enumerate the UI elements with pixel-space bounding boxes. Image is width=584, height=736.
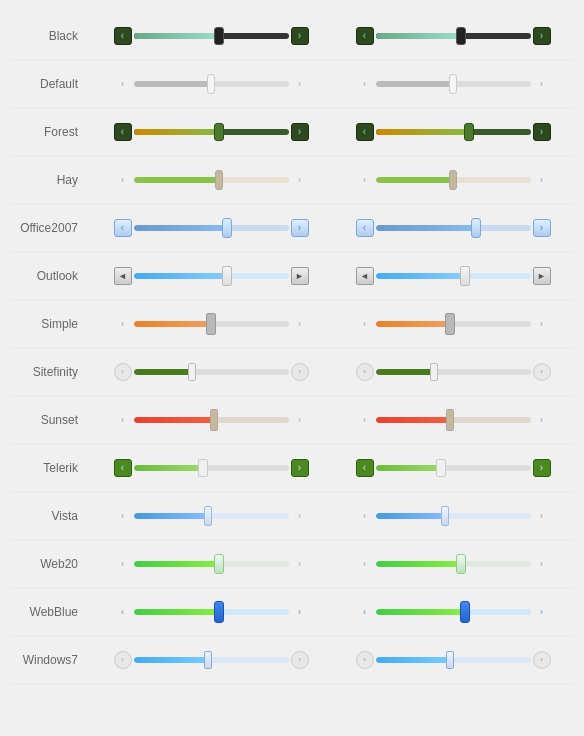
old-slider-thumb-vista[interactable] (204, 506, 212, 526)
old-slider-btn-left-default[interactable]: ‹ (114, 75, 132, 93)
old-slider-track-webblue[interactable] (134, 604, 289, 620)
new-slider-btn-right-office2007[interactable]: › (533, 219, 551, 237)
old-slider-track-windows7[interactable] (134, 652, 289, 668)
new-slider-btn-right-forest[interactable]: › (533, 123, 551, 141)
new-slider-btn-right-windows7[interactable]: › (533, 651, 551, 669)
old-slider-btn-right-web20[interactable]: › (291, 555, 309, 573)
old-slider-btn-right-vista[interactable]: › (291, 507, 309, 525)
new-slider-track-forest[interactable] (376, 124, 531, 140)
new-slider-thumb-vista[interactable] (441, 506, 449, 526)
old-slider-btn-left-office2007[interactable]: ‹ (114, 219, 132, 237)
new-slider-btn-left-default[interactable]: ‹ (356, 75, 374, 93)
new-slider-btn-left-telerik[interactable]: ‹ (356, 459, 374, 477)
new-slider-track-outlook[interactable] (376, 268, 531, 284)
new-slider-btn-right-simple[interactable]: › (533, 315, 551, 333)
old-slider-thumb-web20[interactable] (214, 554, 224, 574)
old-slider-btn-left-simple[interactable]: ‹ (114, 315, 132, 333)
old-slider-track-vista[interactable] (134, 508, 289, 524)
new-slider-track-black[interactable] (376, 28, 531, 44)
new-slider-btn-left-web20[interactable]: ‹ (356, 555, 374, 573)
new-slider-btn-right-webblue[interactable]: › (533, 603, 551, 621)
new-slider-btn-right-black[interactable]: › (533, 27, 551, 45)
new-slider-btn-right-sunset[interactable]: › (533, 411, 551, 429)
new-slider-track-telerik[interactable] (376, 460, 531, 476)
old-slider-thumb-windows7[interactable] (204, 651, 212, 669)
old-slider-btn-left-telerik[interactable]: ‹ (114, 459, 132, 477)
new-slider-btn-left-windows7[interactable]: ‹ (356, 651, 374, 669)
new-slider-track-sunset[interactable] (376, 412, 531, 428)
old-slider-btn-left-black[interactable]: ‹ (114, 27, 132, 45)
old-slider-thumb-webblue[interactable] (214, 601, 224, 623)
new-slider-track-vista[interactable] (376, 508, 531, 524)
new-slider-btn-right-telerik[interactable]: › (533, 459, 551, 477)
old-slider-btn-right-forest[interactable]: › (291, 123, 309, 141)
new-slider-thumb-sitefinity[interactable] (430, 363, 438, 381)
new-slider-btn-left-office2007[interactable]: ‹ (356, 219, 374, 237)
new-slider-thumb-webblue[interactable] (460, 601, 470, 623)
new-slider-thumb-hay[interactable] (449, 170, 457, 190)
old-slider-thumb-sunset[interactable] (210, 409, 218, 431)
old-slider-btn-left-outlook[interactable]: ◄ (114, 267, 132, 285)
old-slider-btn-left-forest[interactable]: ‹ (114, 123, 132, 141)
old-slider-btn-right-webblue[interactable]: › (291, 603, 309, 621)
new-slider-track-sitefinity[interactable] (376, 364, 531, 380)
new-slider-btn-left-sunset[interactable]: ‹ (356, 411, 374, 429)
old-slider-track-hay[interactable] (134, 172, 289, 188)
old-slider-track-simple[interactable] (134, 316, 289, 332)
new-slider-btn-right-outlook[interactable]: ► (533, 267, 551, 285)
old-slider-btn-right-telerik[interactable]: › (291, 459, 309, 477)
old-slider-btn-left-sunset[interactable]: ‹ (114, 411, 132, 429)
old-slider-track-web20[interactable] (134, 556, 289, 572)
new-slider-btn-right-vista[interactable]: › (533, 507, 551, 525)
new-slider-track-simple[interactable] (376, 316, 531, 332)
old-slider-thumb-telerik[interactable] (198, 459, 208, 477)
old-slider-thumb-black[interactable] (214, 27, 224, 45)
old-slider-thumb-forest[interactable] (214, 123, 224, 141)
new-slider-track-web20[interactable] (376, 556, 531, 572)
new-slider-thumb-forest[interactable] (464, 123, 474, 141)
old-slider-btn-right-hay[interactable]: › (291, 171, 309, 189)
new-slider-thumb-sunset[interactable] (446, 409, 454, 431)
new-slider-btn-right-sitefinity[interactable]: › (533, 363, 551, 381)
old-slider-track-black[interactable] (134, 28, 289, 44)
new-slider-btn-right-default[interactable]: › (533, 75, 551, 93)
old-slider-track-forest[interactable] (134, 124, 289, 140)
old-slider-btn-left-windows7[interactable]: ‹ (114, 651, 132, 669)
new-slider-thumb-simple[interactable] (445, 313, 455, 335)
old-slider-track-outlook[interactable] (134, 268, 289, 284)
old-slider-thumb-office2007[interactable] (222, 218, 232, 238)
old-slider-thumb-sitefinity[interactable] (188, 363, 196, 381)
new-slider-track-hay[interactable] (376, 172, 531, 188)
new-slider-btn-left-sitefinity[interactable]: ‹ (356, 363, 374, 381)
new-slider-thumb-windows7[interactable] (446, 651, 454, 669)
old-slider-thumb-hay[interactable] (215, 170, 223, 190)
old-slider-track-sitefinity[interactable] (134, 364, 289, 380)
old-slider-btn-right-black[interactable]: › (291, 27, 309, 45)
new-slider-track-webblue[interactable] (376, 604, 531, 620)
old-slider-btn-left-web20[interactable]: ‹ (114, 555, 132, 573)
old-slider-btn-right-outlook[interactable]: ► (291, 267, 309, 285)
old-slider-btn-left-sitefinity[interactable]: ‹ (114, 363, 132, 381)
new-slider-thumb-office2007[interactable] (471, 218, 481, 238)
old-slider-track-sunset[interactable] (134, 412, 289, 428)
old-slider-track-office2007[interactable] (134, 220, 289, 236)
old-slider-btn-left-vista[interactable]: ‹ (114, 507, 132, 525)
new-slider-thumb-telerik[interactable] (436, 459, 446, 477)
old-slider-btn-right-office2007[interactable]: › (291, 219, 309, 237)
old-slider-track-telerik[interactable] (134, 460, 289, 476)
new-slider-btn-left-vista[interactable]: ‹ (356, 507, 374, 525)
new-slider-btn-left-outlook[interactable]: ◄ (356, 267, 374, 285)
old-slider-btn-right-windows7[interactable]: › (291, 651, 309, 669)
new-slider-btn-left-webblue[interactable]: ‹ (356, 603, 374, 621)
old-slider-btn-right-sunset[interactable]: › (291, 411, 309, 429)
old-slider-thumb-simple[interactable] (206, 313, 216, 335)
old-slider-btn-left-webblue[interactable]: ‹ (114, 603, 132, 621)
new-slider-track-office2007[interactable] (376, 220, 531, 236)
old-slider-track-default[interactable] (134, 76, 289, 92)
new-slider-btn-right-web20[interactable]: › (533, 555, 551, 573)
new-slider-btn-left-forest[interactable]: ‹ (356, 123, 374, 141)
old-slider-thumb-default[interactable] (207, 74, 215, 94)
new-slider-thumb-web20[interactable] (456, 554, 466, 574)
new-slider-track-default[interactable] (376, 76, 531, 92)
new-slider-thumb-default[interactable] (449, 74, 457, 94)
